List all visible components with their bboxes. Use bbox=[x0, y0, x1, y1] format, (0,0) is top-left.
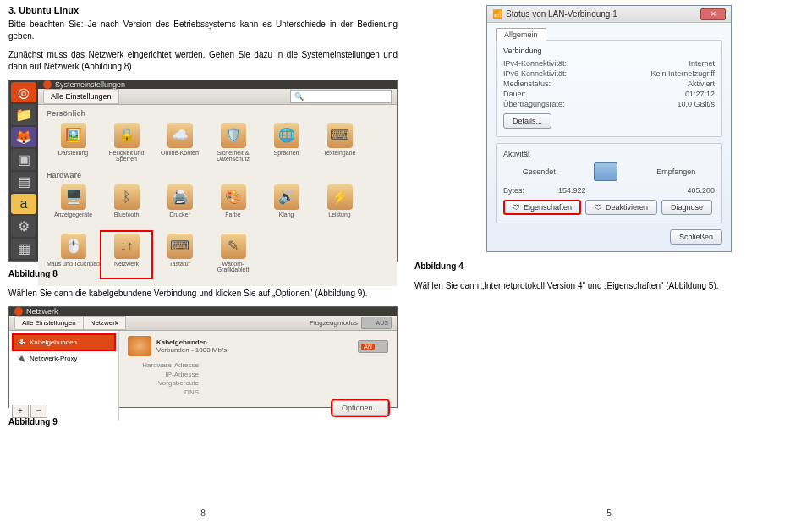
airplane-mode-toggle[interactable]: Flugzeugmodus AUS bbox=[310, 317, 392, 329]
launcher-firefox-icon[interactable]: 🦊 bbox=[11, 127, 36, 147]
caption-abbildung-4: Abbildung 4 bbox=[414, 261, 804, 273]
settings-item-helligkeit-und-sperren[interactable]: 🔒Helligkeit und Sperren bbox=[100, 119, 153, 168]
settings-item-sprachen[interactable]: 🌐Sprachen bbox=[260, 119, 313, 168]
settings-item-darstellung[interactable]: 🖼️Darstellung bbox=[47, 119, 100, 168]
settings-item-anzeigeger-te[interactable]: 🖥️Anzeigegeräte bbox=[47, 181, 100, 230]
network-icon: 📶 bbox=[492, 9, 502, 19]
network-breadcrumb-bar: Alle Einstellungen Netzwerk Flugzeugmodu… bbox=[9, 316, 397, 331]
value-bytes-sent: 154.922 bbox=[558, 186, 586, 195]
value-bytes-received: 405.280 bbox=[687, 186, 715, 195]
breadcrumb-all-settings[interactable]: Alle Einstellungen bbox=[14, 316, 83, 330]
group-verbindung-title: Verbindung bbox=[503, 47, 715, 55]
tab-allgemein[interactable]: Allgemein bbox=[496, 28, 546, 41]
settings-item-label: Wacom-Grafiktablett bbox=[206, 261, 260, 273]
settings-item-wacom-grafiktablett[interactable]: ✎Wacom-Grafiktablett bbox=[206, 230, 260, 279]
dialog-title: Status von LAN-Verbindung 1 bbox=[506, 9, 617, 19]
page-right: 📶 Status von LAN-Verbindung 1 ✕ Allgemei… bbox=[406, 0, 812, 523]
settings-item-klang[interactable]: 🔊Klang bbox=[260, 181, 313, 230]
status-key: Übertragungsrate: bbox=[503, 100, 565, 108]
diagnose-button[interactable]: Diagnose bbox=[661, 200, 712, 215]
connection-icon: 🖧 bbox=[19, 339, 25, 346]
switch-off-icon[interactable]: AUS bbox=[361, 317, 392, 329]
settings-item-label: Texteingabe bbox=[324, 150, 356, 156]
settings-item-label: Tastatur bbox=[169, 261, 190, 267]
settings-item-farbe[interactable]: 🎨Farbe bbox=[206, 181, 260, 230]
settings-icon: 🔒 bbox=[114, 123, 140, 148]
status-row: IPv6-Konnektivität:Kein Internetzugriff bbox=[503, 69, 715, 78]
dialog-titlebar: 📶 Status von LAN-Verbindung 1 ✕ bbox=[487, 6, 731, 23]
close-icon[interactable] bbox=[43, 80, 52, 89]
settings-item-leistung[interactable]: ⚡Leistung bbox=[313, 181, 366, 230]
label-bytes: Bytes: bbox=[503, 186, 524, 195]
settings-icon: ✎ bbox=[221, 234, 246, 259]
breadcrumb-bar: Alle Einstellungen 🔍 bbox=[38, 89, 397, 105]
close-icon[interactable] bbox=[14, 307, 23, 316]
launcher-app-icon[interactable]: ▤ bbox=[11, 172, 36, 192]
status-key: Dauer: bbox=[503, 90, 526, 98]
details-button[interactable]: Details... bbox=[503, 113, 551, 129]
breadcrumb-network[interactable]: Netzwerk bbox=[83, 316, 126, 330]
group-aktivitaet: Aktivität Gesendet Empfangen Bytes: 154.… bbox=[496, 143, 722, 223]
airplane-mode-label: Flugzeugmodus bbox=[310, 319, 358, 327]
settings-icon: 🔊 bbox=[274, 184, 299, 210]
search-icon: 🔍 bbox=[294, 92, 304, 101]
settings-item-netzwerk[interactable]: ↓↑Netzwerk bbox=[100, 230, 153, 279]
launcher-app-icon[interactable]: ▦ bbox=[11, 239, 36, 259]
breadcrumb-all-settings[interactable]: Alle Einstellungen bbox=[43, 89, 119, 104]
activity-icon bbox=[594, 162, 617, 181]
detail-key: Vorgaberoute bbox=[128, 379, 204, 387]
ubuntu-window: Systemeinstellungen Alle Einstellungen 🔍… bbox=[38, 80, 397, 261]
settings-item-online-konten[interactable]: ☁️Online-Konten bbox=[153, 119, 206, 168]
settings-icon: 🖥️ bbox=[61, 184, 86, 210]
page-left: 3. Ubuntu Linux Bitte beachten Sie: Je n… bbox=[0, 0, 406, 523]
status-row: Dauer:01:27:12 bbox=[503, 90, 715, 98]
settings-item-tastatur[interactable]: ⌨Tastatur bbox=[153, 230, 206, 279]
paragraph-ipv4: Wählen Sie dann „Internetprotokoll Versi… bbox=[414, 280, 804, 292]
deaktivieren-label: Deaktivieren bbox=[606, 203, 648, 212]
launcher-settings-icon[interactable]: ⚙ bbox=[11, 216, 36, 236]
status-value: Aktiviert bbox=[688, 80, 715, 88]
settings-icon: 🎨 bbox=[221, 184, 246, 210]
settings-item-label: Farbe bbox=[225, 212, 240, 217]
page-number-left: 8 bbox=[200, 509, 206, 518]
launcher-amazon-icon[interactable]: a bbox=[11, 194, 36, 214]
launcher-dash-icon[interactable]: ◎ bbox=[11, 82, 36, 102]
settings-icon: 🖼️ bbox=[61, 123, 86, 148]
status-value: Kein Internetzugriff bbox=[651, 69, 715, 78]
status-row: Übertragungsrate:10,0 GBit/s bbox=[503, 100, 715, 108]
settings-icon: ᛒ bbox=[114, 184, 140, 210]
shield-icon: 🛡 bbox=[513, 203, 520, 212]
settings-item-sicherheit-datenschutz[interactable]: 🛡️Sicherheit & Datenschutz bbox=[206, 119, 260, 168]
settings-item-label: Darstellung bbox=[58, 150, 88, 156]
detail-key: IP-Adresse bbox=[128, 371, 204, 378]
sidebar-item-kabelgebunden[interactable]: 🖧Kabelgebunden bbox=[12, 333, 116, 351]
settings-item-drucker[interactable]: 🖨️Drucker bbox=[153, 181, 206, 230]
network-detail: Kabelgebunden Verbunden - 1000 Mb/s AN H… bbox=[119, 331, 397, 421]
settings-item-label: Bluetooth bbox=[114, 212, 140, 217]
launcher-app-icon[interactable]: ▣ bbox=[11, 149, 36, 169]
connection-switch-on[interactable]: AN bbox=[358, 340, 388, 353]
status-value: 01:27:12 bbox=[685, 90, 715, 98]
options-button[interactable]: Optionen... bbox=[332, 400, 388, 416]
settings-item-label: Klang bbox=[279, 212, 294, 217]
connection-icon: 🔌 bbox=[17, 355, 25, 362]
settings-icon: ⚡ bbox=[327, 184, 353, 210]
settings-item-texteingabe[interactable]: ⌨Texteingabe bbox=[313, 119, 366, 168]
settings-item-label: Sprachen bbox=[274, 150, 299, 156]
eigenschaften-button[interactable]: 🛡 Eigenschaften bbox=[503, 200, 581, 215]
launcher-files-icon[interactable]: 📁 bbox=[11, 104, 36, 124]
status-key: Medienstatus: bbox=[503, 80, 551, 88]
status-row: IPv4-Konnektivität:Internet bbox=[503, 59, 715, 68]
connection-name: Kabelgebunden bbox=[156, 339, 227, 346]
detail-row: Vorgaberoute bbox=[128, 379, 388, 387]
deaktivieren-button[interactable]: 🛡 Deaktivieren bbox=[585, 200, 657, 215]
search-input[interactable]: 🔍 bbox=[290, 90, 392, 103]
settings-content: Persönlich 🖼️Darstellung🔒Helligkeit und … bbox=[38, 105, 397, 286]
detail-row: IP-Adresse bbox=[128, 371, 388, 378]
schliessen-button[interactable]: Schließen bbox=[670, 229, 722, 245]
section-personal-title: Persönlich bbox=[47, 109, 388, 118]
close-button[interactable]: ✕ bbox=[700, 8, 726, 20]
settings-item-bluetooth[interactable]: ᛒBluetooth bbox=[100, 181, 153, 230]
sidebar-item-netzwerk-proxy[interactable]: 🔌Netzwerk-Proxy bbox=[12, 351, 116, 366]
wired-icon bbox=[128, 336, 151, 356]
